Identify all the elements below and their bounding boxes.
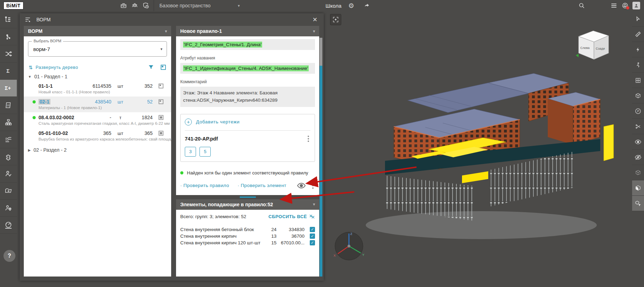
selection-state-icon[interactable] [158,115,164,120]
navigation-gizmo[interactable]: Z X Y [334,232,364,260]
folder-return-icon[interactable] [0,182,17,200]
section-cut-icon[interactable] [632,119,644,134]
hide-eye-icon[interactable] [632,150,644,165]
name-attribute-value: 'IFC_1_Идентификация_Стены/4. ADSK_Наиме… [183,65,309,71]
sigma-icon[interactable]: Σ [0,63,17,80]
plugin-puzzle-icon[interactable] [0,148,17,165]
element-row[interactable]: Стена внутренняя кирпич 120 шт-шт 15 670… [180,239,315,246]
elements-title: Элементы, попадающие в правило:52 [180,202,273,207]
geometry-attribute-field[interactable]: 'IFC_2_Геометрия_Стены/1. Длина' [180,39,315,50]
tree-group-1[interactable]: ▼ 01 - Раздел - 1 [24,70,171,81]
name-attribute-field[interactable]: 'IFC_1_Идентификация_Стены/4. ADSK_Наиме… [180,63,315,74]
check-rule-link[interactable]: Проверить правило [180,183,229,188]
node-link-icon[interactable] [0,28,17,45]
check-element-link[interactable]: Проверить элемент [238,183,287,188]
tree-row[interactable]: 08.4.03.02-0002 - т 1824 Сталь арматурна… [24,112,171,128]
shuffle-icon[interactable] [0,45,17,63]
element-checkbox[interactable] [310,227,315,232]
account-avatar[interactable] [631,0,642,11]
chevron-down-icon: ▾ [313,29,315,34]
sheet-button[interactable]: 3 [185,147,196,157]
row-quantity: 6114535 [80,83,111,89]
worm-select[interactable]: Выбрать ВОРМ ворм-7 ▾ [28,41,167,57]
org-chart-icon[interactable] [0,114,17,131]
rule-header[interactable]: Новое правило-1 ▾ [176,26,319,36]
focus-target-icon[interactable] [330,14,341,25]
filter-cube-icon[interactable] [632,196,644,211]
settings-gear-icon[interactable]: ⚙ [346,0,357,11]
visibility-eye-icon[interactable] [297,182,306,189]
kebab-menu-icon[interactable] [306,135,310,143]
ghost-cube-icon[interactable] [632,165,644,180]
show-eye-icon[interactable] [632,134,644,150]
row-description: Вырубка бетона из арматурного каркаса же… [24,136,171,144]
expand-collapse-icon[interactable]: ⇅ [29,65,33,70]
grid-layout-icon[interactable] [632,73,644,88]
rule-panel-scrollbar[interactable] [320,38,322,277]
isolate-cube-icon[interactable] [632,180,644,196]
partial-selection-icon[interactable] [160,64,166,70]
waves-chart-icon[interactable] [0,131,17,148]
close-icon[interactable]: ✕ [311,16,319,23]
kebab-menu-icon[interactable] [311,182,315,189]
rule-status-text: Найден хотя бы один элемент соответствую… [187,170,308,175]
drawing-file-name[interactable]: 741-20-АР.pdf [185,136,218,142]
search-icon[interactable] [576,0,587,11]
sheet-button[interactable]: 5 [200,147,211,157]
selection-state-icon[interactable] [158,130,164,136]
menu-list-icon[interactable] [608,0,620,11]
structure-tree-icon[interactable] [0,11,17,28]
element-value: 334830 [276,227,307,232]
tree-group-2[interactable]: ▶ 02 - Раздел - 2 [24,144,171,154]
filter-funnel-icon[interactable] [148,64,154,70]
magic-wand-icon[interactable] [632,42,644,57]
model-viewport[interactable]: Слева Сзади Z X Y [324,11,632,287]
team-icon[interactable] [129,0,140,11]
element-count: 24 [262,227,276,232]
element-checkbox[interactable] [310,234,315,239]
reset-all-button[interactable]: СБРОСИТЬ ВСЁ [268,214,315,219]
element-row[interactable]: Стена внутренняя кирпич 13 36700 [180,233,315,239]
parking-p-icon[interactable]: P [632,103,644,119]
element-value: 67010.00... [276,240,307,245]
elements-header[interactable]: Элементы, попадающие в правило:52 ▾ [176,199,319,210]
clip-volume-icon[interactable] [632,88,644,103]
expand-tree-link[interactable]: Развернуть дерево [36,65,78,70]
plus-circle-icon: + [185,119,192,125]
2d-view-icon[interactable]: 2D [0,97,17,114]
selection-state-icon[interactable] [158,83,164,89]
panel-splitter[interactable] [176,195,319,199]
worm-section-header[interactable]: ВОРМ ▾ [24,26,171,36]
view-cube[interactable]: Слева Сзади [576,31,609,59]
svg-text:Σ+: Σ+ [5,85,11,91]
person-pin-icon[interactable] [0,200,17,217]
measure-ruler-icon[interactable] [632,27,644,42]
gauge-icon[interactable] [0,217,17,234]
first-person-icon[interactable] [632,57,644,73]
element-checkbox[interactable] [310,240,315,245]
chevron-down-icon: ▾ [313,202,315,207]
add-drawings-button[interactable]: + Добавить чертежи [185,119,310,125]
sigma-plus-icon[interactable]: Σ+ [0,80,17,97]
workspace-select[interactable]: Базовое пространство ▾ [156,3,251,8]
select-cursor-icon[interactable] [632,11,644,27]
person-check-icon[interactable] [0,165,17,182]
chevron-down-icon: ▾ [238,3,240,8]
tree-row[interactable]: 01-1-1 6114535 шт 352 Новый класс - 01-1… [24,81,171,96]
row-code: 05-01-010-02 [38,130,80,136]
tree-row-selected[interactable]: 02-1 438540 шт 52 Материалы - 1 (Новое п… [24,96,171,112]
notifications-bell-icon[interactable] [620,0,631,11]
axis-x-label: X [334,254,336,257]
selection-state-icon[interactable] [158,99,164,105]
building-3d-model [366,73,614,239]
panel-menu-icon[interactable] [24,17,31,22]
share-icon[interactable] [361,0,372,11]
comment-field[interactable]: Этаж: Этаж 4 Название элемента: Базовая … [180,87,315,107]
tree-row[interactable]: 05-01-010-02 365 шт 365 Вырубка бетона и… [24,128,171,144]
shield-history-icon[interactable] [140,0,152,11]
projects-briefcase-icon[interactable] [118,0,129,11]
row-quantity: - [80,115,111,120]
help-button[interactable]: ? [4,250,15,262]
element-row[interactable]: Стена внутренняя бетонный блок 24 334830 [180,226,315,233]
status-dot [33,100,36,103]
